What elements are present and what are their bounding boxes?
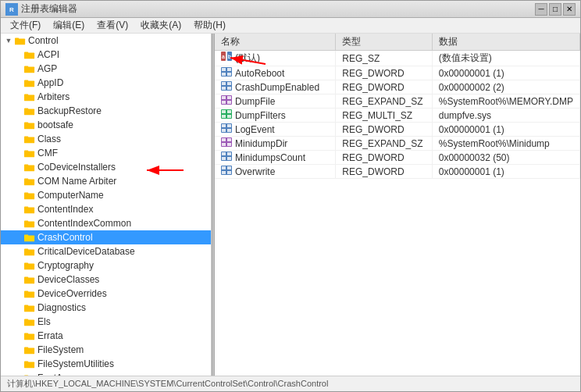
svg-rect-86 (222, 82, 226, 85)
expand-icon-arbiters[interactable] (15, 92, 23, 102)
tree-item-contentindex[interactable]: ContentIndex (1, 202, 211, 216)
tree-item-els[interactable]: Els (1, 315, 211, 329)
cell-type-3: REG_EXPAND_SZ (336, 94, 432, 109)
tree-item-cmf[interactable]: CMF (1, 146, 211, 160)
expand-icon-diagnostics[interactable] (15, 303, 23, 312)
table-row[interactable]: CrashDumpEnabledREG_DWORD0x00000002 (2) (215, 80, 580, 94)
expand-icon-appid[interactable] (15, 78, 23, 87)
tree-item-errata[interactable]: Errata (1, 329, 211, 343)
cell-name-2: CrashDumpEnabled (215, 80, 336, 94)
tree-item-agp[interactable]: AGP (1, 62, 211, 76)
tree-item-control[interactable]: ▼ Control (1, 34, 211, 48)
expand-icon-acpi[interactable] (15, 50, 23, 59)
svg-rect-99 (227, 115, 231, 118)
menu-item-a[interactable]: 收藏夹(A) (134, 17, 187, 34)
expand-icon-class[interactable] (15, 134, 23, 144)
tree-label-contentindex: ContentIndex (37, 204, 93, 215)
tree-item-backuprestore[interactable]: BackupRestore (1, 104, 211, 118)
menu-item-v[interactable]: 查看(V) (91, 17, 134, 34)
tree-item-filesystem[interactable]: FileSystem (1, 343, 211, 357)
expand-icon-agp[interactable] (15, 64, 23, 73)
expand-icon-computername[interactable] (15, 191, 23, 200)
expand-icon-filesystemutilities[interactable] (15, 359, 23, 369)
tree-item-codeviceinstallers[interactable]: CoDeviceInstallers (1, 160, 211, 174)
folder-icon-bootsafe (24, 120, 35, 130)
cell-name-4: DumpFilters (215, 109, 336, 123)
svg-text:R: R (9, 6, 14, 13)
tree-item-arbiters[interactable]: Arbiters (1, 90, 211, 104)
expand-icon-comnamearbiter[interactable] (15, 176, 23, 186)
cell-name-5: LogEvent (215, 123, 336, 137)
svg-rect-17 (24, 137, 28, 139)
table-row[interactable]: DumpFiltersREG_MULTI_SZdumpfve.sys (215, 109, 580, 123)
svg-rect-96 (222, 110, 226, 113)
tree-item-contentindexcommon[interactable]: ContentIndexCommon (1, 216, 211, 230)
table-row[interactable]: MinidumpsCountREG_DWORD0x00000032 (50) (215, 151, 580, 165)
tree-item-deviceoverrides[interactable]: DeviceOverrides (1, 287, 211, 301)
tree-label-appid: AppID (37, 77, 63, 88)
table-row[interactable]: DumpFileREG_EXPAND_SZ%SystemRoot%\MEMORY… (215, 94, 580, 109)
cell-type-6: REG_EXPAND_SZ (336, 137, 432, 151)
tree-item-class[interactable]: Class (1, 132, 211, 146)
expand-icon-bootsafe[interactable] (15, 120, 23, 130)
folder-icon-errata (24, 331, 35, 340)
cell-type-4: REG_MULTI_SZ (336, 109, 432, 123)
expand-icon-els[interactable] (15, 317, 23, 326)
tree-item-deviceclasses[interactable]: DeviceClasses (1, 273, 211, 287)
menu-item-h[interactable]: 帮助(H) (187, 17, 232, 34)
expand-icon-deviceclasses[interactable] (15, 275, 23, 284)
tree-item-diagnostics[interactable]: Diagnostics (1, 301, 211, 315)
minimize-button[interactable]: ─ (535, 3, 547, 16)
col-data[interactable]: 数据 (432, 34, 579, 51)
col-name[interactable]: 名称 (215, 34, 336, 51)
tree-item-computername[interactable]: ComputerName (1, 188, 211, 202)
expand-icon-backuprestore[interactable] (15, 106, 23, 116)
expand-icon-criticaldevicedatabase[interactable] (15, 247, 23, 256)
tree-item-cryptography[interactable]: Cryptography (1, 258, 211, 273)
cell-data-4: dumpfve.sys (432, 109, 579, 123)
detail-panel[interactable]: 名称 类型 数据 a b (默认)REG_SZ(数值未设置) A (215, 34, 580, 376)
menu-item-e[interactable]: 编辑(E) (47, 17, 91, 34)
expand-icon-errata[interactable] (15, 331, 23, 340)
svg-rect-111 (222, 152, 226, 155)
expand-icon-cryptography[interactable] (15, 261, 23, 270)
tree-item-acpi[interactable]: ACPI (1, 48, 211, 62)
expand-icon-contentindex[interactable] (15, 205, 23, 214)
expand-icon-deviceoverrides[interactable] (15, 289, 23, 298)
table-row[interactable]: a b (默认)REG_SZ(数值未设置) (215, 51, 580, 66)
app-icon: R (5, 3, 18, 16)
reg-entry-name: DumpFilters (235, 110, 286, 121)
maximize-button[interactable]: □ (549, 3, 561, 16)
tree-label-bootsafe: bootsafe (37, 119, 73, 130)
svg-rect-114 (227, 157, 231, 160)
close-button[interactable]: ✕ (563, 3, 576, 16)
tree-label-class: Class (37, 134, 61, 144)
tree-item-bootsafe[interactable]: bootsafe (1, 118, 211, 132)
svg-rect-3 (15, 38, 19, 41)
tree-item-comnamearbiter[interactable]: COM Name Arbiter (1, 174, 211, 188)
expand-icon-contentindexcommon[interactable] (15, 219, 23, 228)
expand-icon-crashcontrol[interactable] (15, 233, 23, 242)
tree-item-crashcontrol[interactable]: CrashControl (1, 230, 211, 244)
menu-item-f[interactable]: 文件(F) (4, 17, 47, 34)
tree-label-contentindexcommon: ContentIndexCommon (37, 218, 131, 229)
table-row[interactable]: OverwriteREG_DWORD0x00000001 (1) (215, 165, 580, 179)
expand-icon-filesystem[interactable] (15, 345, 23, 355)
tree-item-filesystemutilities[interactable]: FileSystemUtilities (1, 357, 211, 371)
table-row[interactable]: AutoRebootREG_DWORD0x00000001 (1) (215, 66, 580, 80)
expand-icon-control[interactable]: ▼ (4, 36, 13, 45)
cell-data-3: %SystemRoot%\MEMORY.DMP (432, 94, 579, 109)
tree-label-comnamearbiter: COM Name Arbiter (37, 176, 116, 187)
expand-icon-cmf[interactable] (15, 148, 23, 158)
table-row[interactable]: LogEventREG_DWORD0x00000001 (1) (215, 123, 580, 137)
tree-item-criticaldevicedatabase[interactable]: CriticalDeviceDatabase (1, 244, 211, 258)
cell-type-1: REG_DWORD (336, 66, 432, 80)
tree-panel[interactable]: ▼ Control ACPI AGP AppID Arbiters Backup… (1, 34, 212, 376)
tree-item-appid[interactable]: AppID (1, 76, 211, 90)
svg-rect-84 (227, 73, 231, 76)
tree-label-deviceclasses: DeviceClasses (37, 274, 99, 285)
expand-icon-codeviceinstallers[interactable] (15, 162, 23, 172)
table-row[interactable]: MinidumpDirREG_EXPAND_SZ%SystemRoot%\Min… (215, 137, 580, 151)
tree-label-acpi: ACPI (37, 49, 59, 60)
col-type[interactable]: 类型 (336, 34, 432, 51)
